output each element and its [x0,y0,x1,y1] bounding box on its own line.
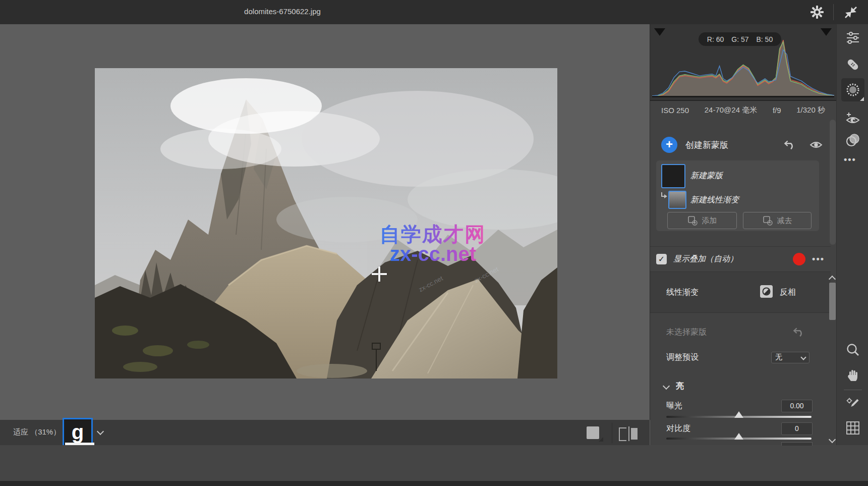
no-mask-selected-label: 未选择蒙版 [666,327,792,338]
histogram-baseline [652,96,834,97]
statusbar-divider [612,423,612,443]
edit-panel: R: 60 G: 57 B: 50 ISO 250 24-70@24 毫米 f/… [650,24,836,445]
exif-iso: ISO 250 [661,106,689,115]
histogram-chart [652,38,834,96]
contrast-label: 对比度 [666,423,690,434]
red-eye-tool-icon[interactable] [845,110,861,126]
window-bottom-edge [0,481,868,486]
contrast-value-input[interactable]: 0 [781,422,813,435]
exif-aperture: f/9 [773,106,781,115]
exif-shutter: 1/320 秒 [796,105,825,115]
hand-tool-icon[interactable] [845,367,861,384]
exposure-label: 曝光 [666,401,682,411]
more-tools-icon[interactable]: ••• [844,154,856,165]
linear-gradient-section: 线性渐变 反相 [650,272,831,313]
toolbar-divider [844,390,862,390]
edit-adjustments-icon[interactable] [845,30,861,46]
adjustment-preset-row: 调整预设 无 [650,347,828,367]
no-mask-selected-row: 未选择蒙版 [650,322,828,342]
new-mask-options-box: 新建蒙版 新建线性渐变 添加 减去 [656,160,819,231]
exif-info-bar: ISO 250 24-70@24 毫米 f/9 1/320 秒 [650,101,836,119]
create-mask-plus-icon[interactable]: + [661,137,677,153]
tool-strip: ••• [836,24,868,445]
shadow-clipping-indicator-icon[interactable] [654,28,665,36]
subtract-shape-icon [763,215,773,226]
camera-raw-dialog: dolomites-6750622.jpg [0,0,868,486]
highlight-clipping-indicator-icon[interactable] [821,28,832,36]
preset-value: 无 [775,353,782,362]
topbar-divider [833,4,834,20]
masking-tool-icon[interactable] [845,82,861,98]
image-canvas[interactable]: zx-cc.net zx-cc.net 自学成才网 zx-cc.net [0,24,650,420]
add-shape-icon [687,215,698,226]
subtract-mask-button[interactable]: 减去 [743,212,812,229]
masking-tool-flyout-icon [860,97,864,101]
preview-mode-flyout-icon [599,437,603,442]
linear-gradient-thumbnail[interactable] [668,191,686,209]
section-collapse-chevron-icon[interactable] [663,383,670,390]
footer-bar: 确定 取消 [0,445,868,481]
show-overlay-row: ✓ 显示叠加（自动） ••• [650,247,831,271]
clipped-next-value-box [781,442,813,446]
new-mask-option[interactable]: 新建蒙版 [690,171,723,181]
scroll-down-chevron-icon[interactable] [829,436,836,443]
create-mask-label: 创建新蒙版 [685,139,783,151]
contrast-slider-thumb[interactable] [734,433,743,440]
show-overlay-checkbox[interactable]: ✓ [656,254,667,264]
b-value: B: 50 [757,35,773,43]
g-value: G: 57 [731,35,748,43]
photo-dolomites[interactable]: zx-cc.net zx-cc.net 自学成才网 zx-cc.net [95,68,557,379]
histogram-panel[interactable]: R: 60 G: 57 B: 50 [650,24,836,101]
title-bar: dolomites-6750622.jpg [0,0,868,25]
before-after-view-icon[interactable] [619,427,626,441]
before-after-view-icon[interactable] [631,428,638,440]
mask-panel-scrollbar[interactable] [830,120,836,245]
collapse-window-icon[interactable] [841,4,859,20]
exposure-slider-thumb[interactable] [734,411,743,418]
preview-mode-button[interactable] [587,426,599,439]
new-mask-thumbnail[interactable] [661,164,685,188]
subtract-mask-label: 减去 [777,216,792,226]
invert-mask-icon[interactable] [760,285,773,298]
reset-icon[interactable] [783,138,796,151]
add-mask-button[interactable]: 添加 [667,212,737,229]
add-mask-label: 添加 [702,216,717,226]
preset-dropdown[interactable]: 无 [771,352,809,363]
invert-label[interactable]: 反相 [780,287,796,298]
settings-gear-icon[interactable] [809,4,825,20]
watermark-line2: zx-cc.net [386,243,480,265]
light-section-title: 亮 [676,381,684,392]
panel-scrollbar-thumb[interactable] [829,283,836,320]
healing-bandaid-icon[interactable] [845,57,861,73]
r-value: R: 60 [707,35,724,43]
exif-lens: 24-70@24 毫米 [705,105,757,115]
crosshair-cursor [378,266,380,282]
reset-disabled-icon [792,326,805,339]
visibility-eye-icon[interactable] [809,138,823,151]
color-grading-icon[interactable] [845,132,861,148]
dropdown-chevron-icon [800,354,806,360]
light-section-header[interactable]: 亮 [650,377,828,395]
create-mask-row: + 创建新蒙版 [650,131,831,158]
filename-title: dolomites-6750622.jpg [202,7,363,16]
white-balance-eyedropper-icon[interactable] [845,396,861,412]
branch-arrow-icon [660,192,667,200]
adjustment-preset-label: 调整预设 [666,352,771,363]
before-after-view-icon[interactable] [628,426,629,441]
linear-gradient-title: 线性渐变 [666,287,699,298]
overlay-color-swatch[interactable] [793,253,805,265]
overlay-options-menu-icon[interactable]: ••• [812,254,825,264]
rgb-readout: R: 60 G: 57 B: 50 [699,32,781,46]
zoom-tool-icon[interactable] [845,342,861,358]
show-overlay-label: 显示叠加（自动） [673,254,793,264]
new-linear-gradient-option[interactable]: 新建线性渐变 [690,195,739,205]
exposure-value-input[interactable]: 0.00 [781,400,813,412]
grid-overlay-icon[interactable] [845,420,861,436]
zoom-level-label[interactable]: 适应 （31%） [13,427,61,437]
